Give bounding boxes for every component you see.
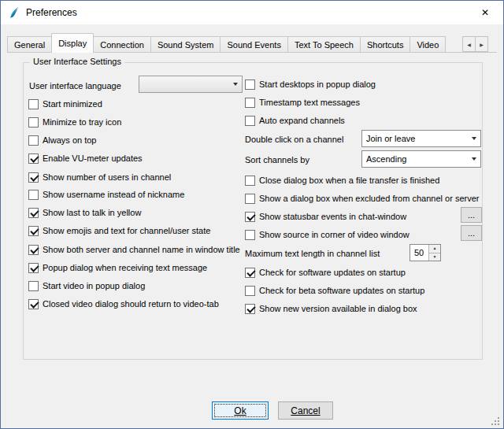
tab-strip: General Display Connection Sound System …: [7, 33, 462, 53]
checkbox-show-number-of-users-in-channel[interactable]: Show number of users in channel: [28, 171, 171, 183]
checkbox-show-statusbar-events-in-chat-window[interactable]: Show statusbar events in chat-window: [245, 210, 406, 223]
checkbox-show-username-instead-of-nickname[interactable]: Show username instead of nickname: [28, 188, 184, 201]
checkbox-start-desktops-in-popup-dialog[interactable]: Start desktops in popup dialog: [245, 78, 376, 91]
checkbox-label: Show last to talk in yellow: [43, 208, 141, 217]
checkbox-minimize-to-tray-icon[interactable]: Minimize to tray icon: [28, 116, 121, 128]
checkbox-timestamp-text-messages[interactable]: Timestamp text messages: [245, 96, 360, 109]
tab-label: Display: [58, 39, 87, 48]
combobox-value: Join or leave: [362, 131, 467, 146]
checkbox-icon: [28, 299, 39, 309]
checkbox-label: Show statusbar events in chat-window: [259, 212, 406, 221]
tab-label: General: [14, 40, 45, 50]
checkbox-popup-dialog-on-text-message[interactable]: Popup dialog when receiving text message: [28, 261, 207, 274]
scroll-left-icon: ◀: [467, 42, 471, 47]
tab-label: Video: [417, 40, 439, 50]
checkbox-enable-vu-meter-updates[interactable]: Enable VU-meter updates: [28, 152, 143, 165]
window-title: Preferences: [26, 7, 77, 18]
scroll-right-icon: ▶: [480, 42, 484, 47]
tab-shortcuts[interactable]: Shortcuts: [360, 36, 410, 52]
checkbox-label: Show emojis and text for channel/user st…: [43, 226, 210, 235]
checkbox-label: Show username instead of nickname: [43, 190, 184, 199]
checkbox-icon: [28, 245, 39, 255]
checkbox-show-source-in-corner-of-video-window[interactable]: Show source in corner of video window: [245, 228, 410, 241]
checkbox-show-dialog-when-excluded[interactable]: Show a dialog box when excluded from cha…: [245, 192, 479, 205]
tab-video[interactable]: Video: [410, 36, 446, 52]
cancel-button[interactable]: Cancel: [278, 401, 333, 420]
down-arrow-icon: ▼: [433, 255, 437, 259]
tab-sound-system[interactable]: Sound System: [150, 36, 221, 52]
checkbox-icon: [245, 230, 255, 240]
checkbox-show-new-version-available-in-dialog-box[interactable]: Show new version available in dialog box: [245, 302, 417, 315]
tab-general[interactable]: General: [7, 36, 52, 52]
close-button[interactable]: ✕: [467, 1, 503, 24]
spinner-buttons: ▲ ▼: [428, 245, 440, 261]
checkbox-label: Closed video dialog should return to vid…: [43, 299, 219, 309]
checkbox-label: Show both server and channel name in win…: [43, 245, 240, 254]
checkbox-label: Timestamp text messages: [259, 98, 360, 107]
app-icon[interactable]: [8, 6, 20, 19]
max-text-length-label: Maximum text length in channel list: [245, 247, 380, 260]
checkbox-icon: [28, 135, 39, 146]
double-click-combobox[interactable]: Join or leave: [361, 130, 481, 147]
checkbox-closed-video-dialog-return-video-tab[interactable]: Closed video dialog should return to vid…: [28, 298, 219, 310]
spinner-value: 50: [410, 245, 428, 261]
resize-grip[interactable]: [491, 416, 500, 425]
checkbox-icon: [28, 99, 39, 109]
checkbox-show-last-to-talk-in-yellow[interactable]: Show last to talk in yellow: [28, 206, 141, 219]
video-source-more-button[interactable]: ...: [461, 225, 482, 241]
label-text: Sort channels by: [245, 155, 309, 165]
max-text-length-spinner[interactable]: 50 ▲ ▼: [410, 244, 441, 261]
up-arrow-icon: ▲: [433, 246, 437, 250]
checkbox-icon: [245, 212, 255, 222]
close-icon: ✕: [481, 7, 489, 18]
tab-label: Text To Speech: [295, 40, 354, 50]
titlebar: Preferences ✕: [1, 1, 503, 24]
tab-text-to-speech[interactable]: Text To Speech: [287, 36, 361, 52]
tab-connection[interactable]: Connection: [93, 36, 151, 52]
checkbox-label: Check for software updates on startup: [259, 268, 406, 277]
tab-scroll-left-button[interactable]: ◀: [462, 36, 476, 52]
spinner-up-button[interactable]: ▲: [429, 245, 440, 253]
checkbox-start-video-in-popup-dialog[interactable]: Start video in popup dialog: [28, 279, 145, 292]
cancel-label: Cancel: [291, 405, 320, 416]
tab-scroll-right-button[interactable]: ▶: [475, 36, 488, 52]
checkbox-icon: [28, 208, 39, 218]
double-click-label: Double click on a channel: [245, 133, 343, 146]
checkbox-icon: [28, 281, 39, 291]
checkbox-label: Start minimized: [43, 99, 102, 109]
statusbar-events-more-button[interactable]: ...: [461, 207, 482, 223]
checkbox-show-server-and-channel-name-in-title[interactable]: Show both server and channel name in win…: [28, 243, 240, 256]
sort-channels-combobox[interactable]: Ascending: [361, 150, 481, 168]
checkbox-start-minimized[interactable]: Start minimized: [28, 98, 102, 110]
tab-label: Sound Events: [227, 40, 281, 50]
ellipsis-label: ...: [468, 228, 475, 238]
spinner-down-button[interactable]: ▼: [429, 253, 440, 261]
checkbox-check-for-software-updates-on-startup[interactable]: Check for software updates on startup: [245, 266, 406, 279]
tab-display[interactable]: Display: [51, 33, 94, 53]
checkbox-icon: [28, 153, 39, 164]
checkbox-label: Check for beta software updates on start…: [259, 286, 424, 295]
checkbox-label: Start video in popup dialog: [43, 281, 145, 290]
checkbox-icon: [245, 304, 255, 314]
ok-label: Ok: [234, 405, 246, 416]
checkbox-label: Auto expand channels: [259, 116, 345, 125]
checkbox-icon: [245, 116, 255, 126]
checkbox-label: Always on top: [43, 135, 96, 145]
checkbox-check-for-beta-software-updates[interactable]: Check for beta software updates on start…: [245, 284, 424, 297]
chevron-down-icon: [467, 131, 480, 146]
label-text: Double click on a channel: [245, 135, 343, 144]
checkbox-always-on-top[interactable]: Always on top: [28, 134, 96, 146]
tab-label: Shortcuts: [367, 40, 403, 50]
tab-sound-events[interactable]: Sound Events: [220, 36, 288, 52]
language-combobox[interactable]: [139, 76, 243, 93]
group-title: User Interface Settings: [30, 57, 124, 66]
ok-button[interactable]: Ok: [212, 401, 269, 420]
checkbox-icon: [28, 117, 39, 128]
checkbox-auto-expand-channels[interactable]: Auto expand channels: [245, 114, 345, 127]
checkbox-show-emojis-and-text-for-channel-user-state[interactable]: Show emojis and text for channel/user st…: [28, 224, 210, 237]
checkbox-label: Show source in corner of video window: [259, 230, 410, 239]
checkbox-close-dialog-on-file-transfer-finished[interactable]: Close dialog box when a file transfer is…: [245, 174, 439, 187]
checkbox-label: Popup dialog when receiving text message: [43, 263, 207, 272]
combobox-value: Ascending: [362, 151, 467, 167]
checkbox-icon: [245, 176, 255, 186]
